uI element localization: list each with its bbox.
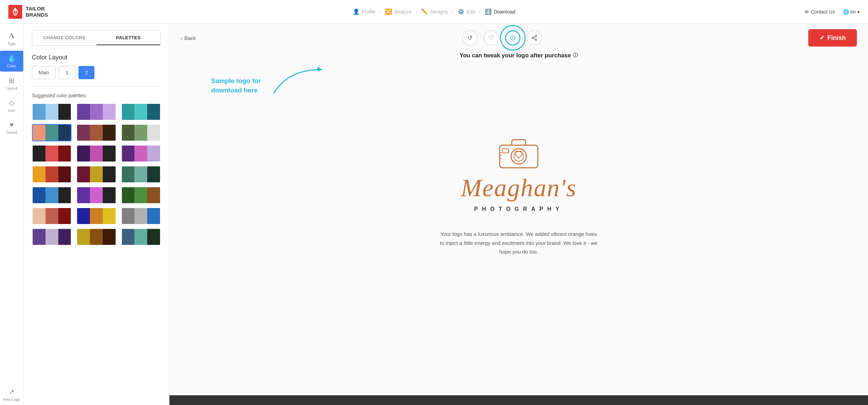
heart-button[interactable]: ♡ <box>484 30 499 46</box>
palette-swatch <box>90 208 103 224</box>
palette-swatch <box>58 104 71 120</box>
palette-swatch <box>90 104 103 120</box>
palettes-title: Suggested color palettes: <box>32 93 161 98</box>
palette-group-p5[interactable] <box>76 124 116 141</box>
palette-group-p18[interactable] <box>121 207 161 225</box>
back-button[interactable]: ‹ Back <box>181 35 196 41</box>
palette-group-p21[interactable] <box>121 228 161 246</box>
svg-point-8 <box>511 149 526 164</box>
palette-swatch <box>90 229 103 245</box>
color-opt-2[interactable]: 2 <box>78 66 94 79</box>
step-profile[interactable]: 👤 Profile <box>349 8 380 15</box>
svg-point-3 <box>535 39 537 41</box>
palette-swatch <box>122 104 135 120</box>
sidebar-item-icon[interactable]: ◇ Icon <box>0 95 23 116</box>
language-selector[interactable]: 🌐 en ▾ <box>843 9 860 15</box>
logo-script-text: Meaghan's <box>461 174 576 202</box>
step-analyze[interactable]: 🔀 Analyze <box>381 8 416 15</box>
palette-swatch <box>90 125 103 141</box>
palette-swatch <box>90 146 103 162</box>
color-opt-main[interactable]: Main <box>32 66 56 79</box>
sidebar-item-layout[interactable]: ⊞ Layout <box>0 73 23 94</box>
palette-group-p2[interactable] <box>76 103 116 121</box>
palette-swatch <box>45 125 58 141</box>
svg-point-1 <box>535 35 537 37</box>
nav-steps: 👤 Profile › 🔀 Analyze › ✏️ Designs › ⚙️ … <box>349 8 519 15</box>
palette-group-p9[interactable] <box>121 145 161 162</box>
palette-group-p15[interactable] <box>121 187 161 204</box>
palette-swatch <box>33 104 45 120</box>
color-opt-1[interactable]: 1 <box>59 66 75 79</box>
palette-group-p20[interactable] <box>76 228 116 246</box>
palette-group-p6[interactable] <box>121 124 161 141</box>
history-button[interactable]: ⊙ <box>505 30 520 46</box>
palette-group-p8[interactable] <box>76 145 116 162</box>
palette-swatch <box>58 229 71 245</box>
palette-swatch <box>33 187 45 203</box>
palette-group-p13[interactable] <box>32 187 72 204</box>
palette-swatch <box>134 187 147 203</box>
checkmark-icon: ✓ <box>819 34 825 42</box>
palette-swatch <box>103 146 116 162</box>
sidebar-item-saved[interactable]: ♥ Saved <box>0 117 23 138</box>
panel-tabs: CHANGE COLORS PALETTES <box>32 31 161 46</box>
palette-group-p14[interactable] <box>76 187 116 204</box>
icon-icon: ◇ <box>9 99 14 107</box>
palette-swatch <box>147 125 160 141</box>
svg-line-4 <box>534 38 535 39</box>
sidebar-item-new-logo[interactable]: ↗ New Logo <box>0 384 23 405</box>
step-designs[interactable]: ✏️ Designs <box>417 8 452 15</box>
palette-group-p7[interactable] <box>32 145 72 162</box>
designs-icon: ✏️ <box>421 8 428 15</box>
palette-group-p10[interactable] <box>32 166 72 183</box>
palette-swatch <box>103 104 116 120</box>
sidebar-item-type[interactable]: A Type <box>0 28 23 49</box>
arrow-svg <box>253 63 350 104</box>
palette-group-p17[interactable] <box>76 207 116 225</box>
palette-swatch <box>58 146 71 162</box>
palette-group-p19[interactable] <box>32 228 72 246</box>
palette-swatch <box>45 187 58 203</box>
palette-swatch <box>103 229 116 245</box>
palette-swatch <box>122 229 135 245</box>
share-button[interactable] <box>527 30 542 46</box>
palette-group-p11[interactable] <box>76 166 116 183</box>
palette-swatch <box>147 146 160 162</box>
toolbar-icons: ↺ ♡ ⊙ <box>462 30 542 46</box>
brand-name: TAILOR BRANDS <box>26 6 48 18</box>
palette-swatch <box>134 229 147 245</box>
tab-palettes[interactable]: PALETTES <box>97 31 161 45</box>
palette-group-p4[interactable] <box>32 124 72 141</box>
brand-logo[interactable]: TAILOR BRANDS <box>8 5 48 19</box>
palette-group-p16[interactable] <box>32 207 72 225</box>
logo-description: Your logo has a luxurious ambiance. We a… <box>439 230 599 256</box>
undo-button[interactable]: ↺ <box>462 30 477 46</box>
palette-swatch <box>147 187 160 203</box>
palette-swatch <box>122 187 135 203</box>
palette-swatch <box>134 125 147 141</box>
main-topbar: ‹ Back ↺ ♡ ⊙ ✓ Finish <box>169 24 868 52</box>
palette-swatch <box>58 208 71 224</box>
brand-icon <box>8 5 22 19</box>
sidebar-item-color[interactable]: 💧 Color <box>0 51 23 72</box>
color-layout-options: Main 1 2 <box>32 66 161 79</box>
palette-row <box>32 103 161 121</box>
palette-swatch <box>77 125 90 141</box>
step-edit[interactable]: ⚙️ Edit <box>453 8 479 15</box>
tab-change-colors[interactable]: CHANGE COLORS <box>32 31 97 45</box>
tweak-hint: You can tweak your logo after purchase ⓘ <box>460 52 578 59</box>
palette-group-p3[interactable] <box>121 103 161 121</box>
finish-button[interactable]: ✓ Finish <box>808 29 857 47</box>
palette-row <box>32 187 161 204</box>
palette-swatch <box>33 125 45 141</box>
palette-group-p1[interactable] <box>32 103 72 121</box>
nav-right: ✉ Contact Us 🌐 en ▾ <box>804 9 860 15</box>
palette-swatch <box>122 125 135 141</box>
share-icon <box>531 35 537 41</box>
palette-swatch <box>90 187 103 203</box>
svg-point-2 <box>532 37 534 39</box>
step-download[interactable]: ⬇️ Download <box>481 8 519 15</box>
palette-group-p12[interactable] <box>121 166 161 183</box>
palette-row <box>32 207 161 225</box>
contact-us-link[interactable]: ✉ Contact Us <box>804 9 835 15</box>
